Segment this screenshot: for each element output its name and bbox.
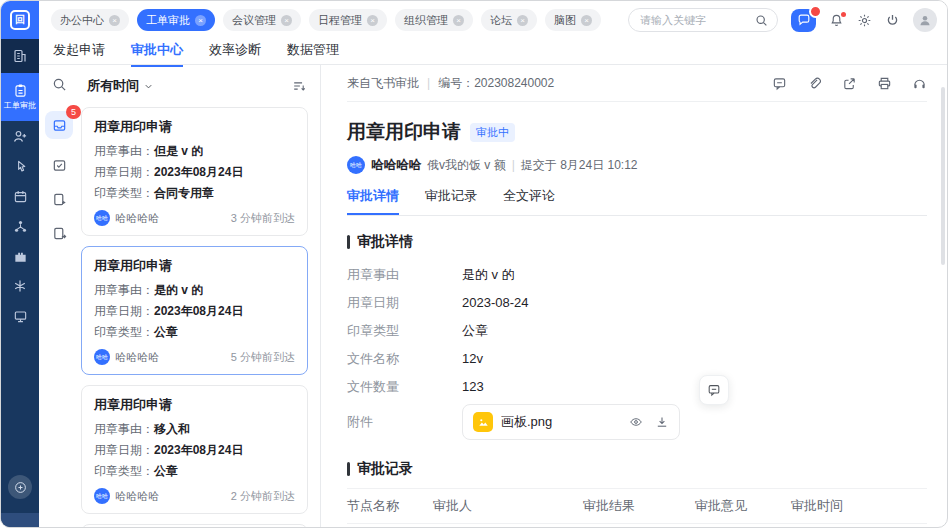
help-icon[interactable]: [8, 475, 32, 499]
sidebar-item-enterprise[interactable]: [1, 241, 39, 271]
nav-start-request[interactable]: 发起申请: [53, 39, 105, 65]
download-icon[interactable]: [655, 415, 669, 429]
section-bar: [347, 462, 350, 476]
cc-doc-icon[interactable]: [52, 226, 67, 241]
nav-efficiency[interactable]: 效率诊断: [209, 39, 261, 65]
todo-inbox-icon[interactable]: 5: [45, 111, 73, 139]
approval-card[interactable]: 出差申请 开始时间：2023年06月28日 结束时间：2023年06月30日 时…: [81, 524, 308, 528]
messenger-icon[interactable]: [791, 9, 816, 32]
search-icon[interactable]: [52, 77, 67, 92]
section-record-title: 审批记录: [347, 460, 927, 478]
attachment-name: 画板.png: [501, 408, 621, 436]
submitter-desc: 俄v我的饭 v 额: [427, 157, 506, 174]
field-row: 文件数量123: [347, 373, 927, 401]
tab-label: 会议管理: [232, 13, 276, 28]
tab-approval-record[interactable]: 审批记录: [425, 187, 477, 215]
tab-label: 日程管理: [318, 13, 362, 28]
nav-data-mgmt[interactable]: 数据管理: [287, 39, 339, 65]
filter-label: 所有时间: [87, 77, 139, 95]
nav-approval-center[interactable]: 审批中心: [131, 39, 183, 67]
approval-detail-panel: 来自飞书审批 | 编号：202308240002: [321, 65, 947, 528]
sidebar-item-ticket-approval[interactable]: 工单审批: [1, 73, 39, 121]
ticket-number: 编号：202308240002: [438, 75, 554, 92]
sidebar-footer-strip: [1, 513, 39, 528]
contacts-icon: [12, 128, 28, 144]
workspace-column: 发起申请 审批中心 效率诊断 数据管理 5: [39, 39, 947, 528]
close-icon[interactable]: ×: [517, 15, 528, 26]
approval-record-table: 节点名称 审批人 审批结果 审批意见 审批时间 提交 哈哈 哈哈哈哈: [347, 488, 927, 528]
org-icon: [13, 219, 28, 234]
attachment-chip[interactable]: 画板.png: [462, 404, 680, 440]
tab-schedule-mgmt[interactable]: 日程管理×: [309, 9, 387, 31]
close-icon[interactable]: ×: [281, 15, 292, 26]
print-icon[interactable]: [877, 76, 892, 91]
submitter-name: 哈哈哈哈: [371, 157, 421, 174]
sidebar-bottom: [1, 475, 39, 528]
calendar-icon: [13, 189, 28, 204]
close-icon[interactable]: ×: [195, 15, 206, 26]
tab-office-center[interactable]: 办公中心×: [51, 9, 129, 31]
close-icon[interactable]: ×: [109, 15, 120, 26]
sidebar-item-plugins[interactable]: [1, 271, 39, 301]
link-icon[interactable]: [807, 76, 822, 91]
close-icon[interactable]: ×: [453, 15, 464, 26]
tab-ticket-approval[interactable]: 工单审批×: [137, 9, 215, 31]
notification-icon[interactable]: [829, 13, 844, 28]
user-avatar[interactable]: [913, 8, 937, 32]
card-field: 用章事由：但是 v 的: [94, 143, 295, 160]
card-footer: 哈哈哈哈哈哈 5 分钟前到达: [94, 349, 295, 365]
module-nav: 发起申请 审批中心 效率诊断 数据管理: [39, 39, 947, 65]
field-row: 用章日期2023-08-24: [347, 289, 927, 317]
global-search[interactable]: [628, 8, 778, 32]
tab-label: 论坛: [490, 13, 512, 28]
share-icon[interactable]: [842, 76, 857, 91]
close-icon[interactable]: ×: [367, 15, 378, 26]
tab-label: 脑图: [554, 13, 576, 28]
initiated-doc-icon[interactable]: [52, 192, 67, 207]
comment-icon[interactable]: [772, 76, 787, 91]
close-icon[interactable]: ×: [581, 15, 592, 26]
sidebar-item-hand-pick[interactable]: [1, 151, 39, 181]
done-box-icon[interactable]: [52, 158, 67, 173]
search-input[interactable]: [638, 13, 749, 27]
arrival-time: 5 分钟前到达: [231, 350, 295, 365]
app-logo[interactable]: 回: [1, 1, 39, 39]
card-field: 用章事由：移入和: [94, 421, 295, 438]
field-comment-button[interactable]: [699, 375, 729, 405]
approval-card[interactable]: 用章用印申请 用章事由：但是 v 的 用章日期：2023年08月24日 印章类型…: [81, 107, 308, 236]
tab-meeting-mgmt[interactable]: 会议管理×: [223, 9, 301, 31]
tab-comments[interactable]: 全文评论: [503, 187, 555, 215]
workspace-tabs: 办公中心× 工单审批× 会议管理× 日程管理× 组织管理× 论坛× 脑图×: [51, 9, 601, 31]
approval-card[interactable]: 用章用印申请 用章事由：移入和 用章日期：2023年08月24日 印章类型：公章…: [81, 385, 308, 514]
tab-approval-detail[interactable]: 审批详情: [347, 187, 399, 215]
sidebar-item-org-structure[interactable]: [1, 211, 39, 241]
search-icon[interactable]: [755, 14, 768, 27]
card-title: 用章用印申请: [94, 396, 295, 414]
detail-actions: [772, 76, 927, 91]
sidebar-item-calendar[interactable]: [1, 181, 39, 211]
avatar: 哈哈: [94, 210, 110, 226]
sidebar-item-contacts[interactable]: [1, 121, 39, 151]
power-icon[interactable]: [885, 13, 900, 28]
logo-icon: 回: [10, 10, 30, 30]
sidebar-item-workbench[interactable]: [1, 39, 39, 73]
building-icon: [12, 48, 28, 64]
tab-forum[interactable]: 论坛×: [481, 9, 537, 31]
app-sidebar: 工单审批: [1, 39, 39, 528]
preview-eye-icon[interactable]: [629, 415, 643, 429]
sort-icon[interactable]: [292, 79, 306, 93]
field-row: 印章类型公章: [347, 317, 927, 345]
card-title: 用章用印申请: [94, 257, 295, 275]
approval-card-selected[interactable]: 用章用印申请 用章事由：是的 v 的 用章日期：2023年08月24日 印章类型…: [81, 246, 308, 375]
tab-mindmap[interactable]: 脑图×: [545, 9, 601, 31]
time-filter-dropdown[interactable]: 所有时间: [87, 77, 154, 95]
scrollbar-thumb[interactable]: [941, 87, 945, 265]
settings-gear-icon[interactable]: [857, 13, 872, 28]
source-label: 来自飞书审批: [347, 75, 419, 92]
tab-org-mgmt[interactable]: 组织管理×: [395, 9, 473, 31]
card-field: 印章类型：公章: [94, 463, 295, 480]
notification-dot: [841, 12, 846, 17]
sidebar-item-devices[interactable]: [1, 301, 39, 331]
headset-icon[interactable]: [912, 76, 927, 91]
tab-label: 工单审批: [146, 13, 190, 28]
